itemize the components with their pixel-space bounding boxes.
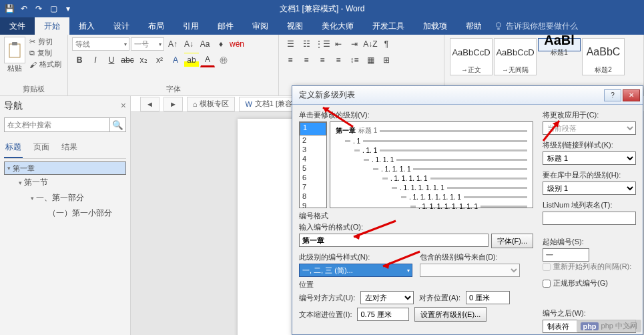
decrease-indent-button[interactable]: ⇤ [331,37,346,51]
shrink-font-button[interactable]: A↓ [182,37,196,51]
number-style-combo[interactable]: 一, 二, 三 (简)... [299,264,412,277]
start-at-input[interactable] [543,248,589,262]
tab-home[interactable]: 开始 [35,17,69,35]
align-left-button[interactable]: ≡ [283,53,298,67]
copy-button[interactable]: ⧉复制 [29,48,61,58]
highlight-button[interactable]: ab [184,53,199,67]
navtab-pages[interactable]: 页面 [32,139,51,158]
save-icon[interactable]: 💾 [3,2,16,15]
text-effects-button[interactable]: A [168,53,183,67]
tree-item[interactable]: （一）第一小部分 [4,206,126,221]
font-color-button[interactable]: A [200,53,215,67]
tree-item[interactable]: ▾第一节 [4,175,126,190]
bullets-button[interactable]: ☰ [283,37,298,51]
shading-button[interactable]: ▦ [363,53,378,67]
search-button[interactable]: 🔍 [110,117,126,132]
list-item[interactable]: 6 [300,173,326,182]
collapse-icon[interactable]: ▾ [16,180,24,186]
font-button[interactable]: 字体(F)... [491,234,533,248]
underline-button[interactable]: U [104,53,119,67]
multilevel-button[interactable]: ⋮☰ [315,37,330,51]
style-item-nospacing[interactable]: AaBbCcD →无间隔 [494,38,537,75]
change-case-button[interactable]: Aa [198,37,212,51]
list-item[interactable]: 3 [300,145,326,154]
legal-format-checkbox[interactable]: 正规形式编号(G) [543,278,636,288]
collapse-icon[interactable]: ▾ [5,165,13,172]
style-item-heading1[interactable]: AaBl 标题1 [538,38,581,51]
restart-checkbox[interactable]: 重新开始列表的间隔(R): [543,262,636,272]
enclosed-char-button[interactable]: ㊕ [216,53,231,67]
strike-button[interactable]: abc [120,53,135,67]
qat-more-icon[interactable]: ▾ [61,2,75,15]
justify-button[interactable]: ≡ [331,53,346,67]
number-format-input[interactable] [299,234,489,247]
tab-help[interactable]: 帮助 [456,17,491,35]
line-spacing-button[interactable]: ↕≡ [347,53,362,67]
collapse-icon[interactable]: ▾ [28,195,36,202]
cut-button[interactable]: ✂剪切 [29,37,61,47]
styles-gallery[interactable]: AaBbCcD →正文 AaBbCcD →无间隔 AaBl 标题1 AaBbC … [448,37,639,77]
redo-icon[interactable]: ↷ [32,2,45,15]
close-button[interactable]: ✕ [623,89,640,101]
list-item[interactable]: 1 [300,122,326,135]
apply-to-combo[interactable]: 当前段落 [543,121,636,135]
bold-button[interactable]: B [72,53,87,67]
tab-file[interactable]: 文件 [0,17,35,35]
dialog-titlebar[interactable]: 定义新多级列表 ? ✕ [292,86,643,105]
list-item[interactable]: 2 [300,135,326,145]
tree-item[interactable]: ▾一、第一部分 [4,190,126,206]
undo-icon[interactable]: ↶ [17,2,31,15]
subscript-button[interactable]: x₂ [136,53,151,67]
align-combo[interactable]: 左对齐 [360,291,414,304]
clear-format-button[interactable]: ♦ [214,37,228,51]
phonetic-guide-button[interactable]: wén [230,37,244,51]
indent-input[interactable] [357,308,409,321]
format-painter-button[interactable]: 🖌格式刷 [29,59,61,69]
paste-button[interactable] [4,37,25,63]
style-item-heading2[interactable]: AaBbC 标题2 [582,38,625,75]
tab-layout[interactable]: 布局 [139,17,174,35]
search-input[interactable] [4,117,110,132]
list-item[interactable]: 4 [300,154,326,163]
new-doc-icon[interactable]: ▢ [47,2,60,15]
navtab-results[interactable]: 结果 [60,139,79,158]
numbering-button[interactable]: ☷ [299,37,314,51]
list-item[interactable]: 7 [300,182,326,192]
set-all-levels-button[interactable]: 设置所有级别(E)... [414,307,487,322]
font-size-combo[interactable]: 一号 [131,37,164,51]
listnum-input[interactable] [543,212,636,225]
level-listbox[interactable]: 1 2 3 4 5 6 7 8 9 [299,121,327,208]
list-item[interactable]: 5 [300,163,326,173]
borders-button[interactable]: ⊞ [379,53,394,67]
style-item-normal[interactable]: AaBbCcD →正文 [450,38,493,75]
tab-mailings[interactable]: 邮件 [208,17,243,35]
doctab-templates[interactable]: ⌂模板专区 [187,97,236,111]
tree-item[interactable]: ▾第一章 [4,161,126,175]
tab-view[interactable]: 视图 [278,17,312,35]
help-button[interactable]: ? [604,89,621,101]
list-item[interactable]: 8 [300,192,326,201]
align-center-button[interactable]: ≡ [299,53,314,67]
tab-review[interactable]: 审阅 [243,17,278,35]
gallery-level-combo[interactable]: 级别 1 [543,182,636,195]
nav-close-button[interactable]: × [121,100,126,112]
tab-addins[interactable]: 加载项 [414,17,456,35]
tab-references[interactable]: 引用 [174,17,208,35]
doctab-back[interactable]: ◄ [140,97,159,111]
superscript-button[interactable]: x² [152,53,167,67]
grow-font-button[interactable]: A↑ [166,37,180,51]
italic-button[interactable]: I [88,53,103,67]
tab-beautify[interactable]: 美化大师 [312,17,363,35]
navtab-headings[interactable]: 标题 [4,139,23,158]
increase-indent-button[interactable]: ⇥ [347,37,362,51]
align-right-button[interactable]: ≡ [315,53,330,67]
align-at-input[interactable] [466,291,510,304]
doctab-forward[interactable]: ► [164,97,183,111]
tab-design[interactable]: 设计 [104,17,139,35]
font-name-combo[interactable]: 等线 [72,37,129,51]
tab-insert[interactable]: 插入 [69,17,104,35]
sort-button[interactable]: A↓Z [363,37,378,51]
show-marks-button[interactable]: ¶ [379,37,394,51]
link-style-combo[interactable]: 标题 1 [543,151,636,165]
tab-developer[interactable]: 开发工具 [363,17,414,35]
